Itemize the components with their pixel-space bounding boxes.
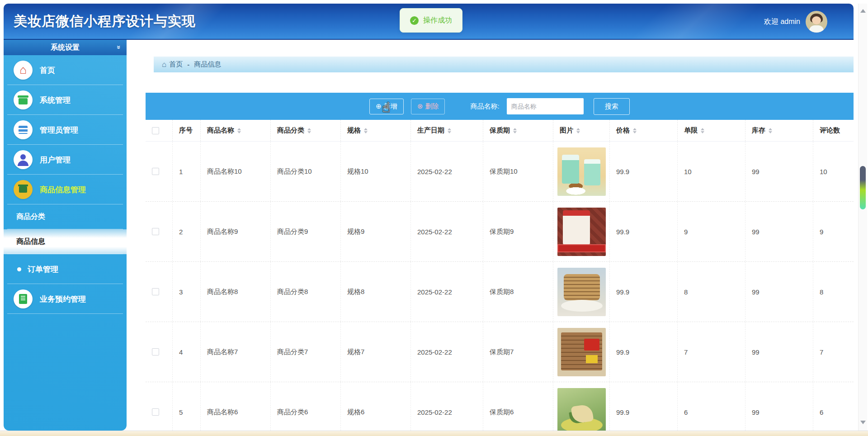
row-checkbox[interactable] (152, 408, 159, 416)
sidebar-item[interactable]: 系统管理 (4, 85, 127, 115)
sort-arrows-icon[interactable] (237, 128, 241, 133)
cell-category: 商品分类9 (271, 202, 341, 261)
scrollbar-thumb[interactable] (860, 166, 866, 209)
cell-shelf-life: 保质期6 (483, 382, 553, 431)
column-header[interactable]: 商品分类 (271, 120, 341, 141)
cell-comments: 9 (813, 202, 854, 261)
cell-comments: 8 (813, 262, 854, 322)
cell-product-name: 商品名称6 (201, 382, 271, 431)
delete-button[interactable]: ⊗ 删除 (411, 99, 445, 114)
add-button-label: 新增 (384, 102, 397, 111)
column-header[interactable]: 图片 (553, 120, 610, 141)
column-header[interactable]: 序号 (173, 120, 201, 141)
page-title: 美妆店微信小程序设计与实现 (14, 12, 196, 31)
table-row: 5 商品名称6 商品分类6 规格6 2025-02-22 保质期6 99.9 6… (146, 382, 854, 431)
sidebar-item-label: 用户管理 (40, 155, 71, 165)
scroll-up-icon[interactable] (860, 9, 866, 13)
delete-button-label: 删除 (425, 102, 439, 111)
cell-index: 4 (173, 322, 201, 382)
sort-arrows-icon[interactable] (513, 128, 517, 133)
sort-arrows-icon[interactable] (448, 128, 451, 133)
cell-production-date: 2025-02-22 (411, 142, 483, 201)
column-header-label: 规格 (347, 126, 361, 135)
cell-stock: 99 (745, 202, 813, 261)
cell-price: 99.9 (610, 262, 678, 322)
cell-shelf-life: 保质期9 (483, 202, 553, 261)
add-button[interactable]: ⊕ 新增 (369, 99, 404, 114)
column-header-label: 图片 (560, 126, 573, 135)
sort-arrows-icon[interactable] (701, 128, 704, 133)
cell-shelf-life: 保质期8 (483, 262, 553, 322)
avatar[interactable] (806, 11, 827, 33)
product-image[interactable] (557, 147, 606, 196)
vertical-scrollbar[interactable] (858, 4, 867, 431)
sidebar-item-label: 业务预约管理 (40, 294, 86, 304)
row-checkbox[interactable] (152, 228, 159, 235)
table-row: 2 商品名称9 商品分类9 规格9 2025-02-22 保质期9 99.9 9… (146, 202, 854, 262)
menu-badge-icon (14, 61, 33, 80)
sidebar-item-label: 商品信息 (16, 237, 45, 246)
column-header[interactable] (146, 120, 173, 141)
cell-product-name: 商品名称10 (201, 142, 271, 201)
sidebar-header[interactable]: 系统设置 « (4, 40, 127, 55)
cell-limit: 9 (678, 202, 745, 261)
cell-category: 商品分类7 (271, 322, 341, 382)
sidebar-item-label: 系统管理 (40, 95, 71, 105)
search-button[interactable]: 搜索 (594, 98, 630, 115)
menu-badge-icon (14, 90, 33, 109)
cell-comments: 7 (813, 322, 854, 382)
row-checkbox[interactable] (152, 348, 159, 355)
column-header[interactable]: 价格 (610, 120, 678, 141)
column-header[interactable]: 商品名称 (201, 120, 271, 141)
search-input[interactable] (507, 98, 584, 114)
sidebar-item[interactable]: 商品信息管理 (4, 175, 127, 204)
column-header-label: 保质期 (490, 126, 510, 135)
cell-spec: 规格9 (341, 202, 411, 261)
column-header[interactable]: 库存 (745, 120, 813, 141)
sidebar-item[interactable]: 首页 (4, 55, 127, 85)
breadcrumb-home[interactable]: 首页 (169, 60, 183, 69)
cell-price: 99.9 (610, 382, 678, 431)
column-header[interactable]: 单限 (678, 120, 745, 141)
sort-arrows-icon[interactable] (364, 128, 368, 133)
cell-index: 2 (173, 202, 201, 261)
sidebar-item[interactable]: 业务预约管理 (4, 284, 127, 314)
sidebar-item[interactable]: 订单管理 (4, 254, 127, 284)
sort-arrows-icon[interactable] (576, 128, 580, 133)
scroll-down-icon[interactable] (860, 421, 866, 424)
horizontal-scrollbar-track[interactable] (0, 431, 868, 436)
menu-badge-icon (14, 289, 33, 308)
column-header-label: 商品分类 (277, 126, 304, 135)
sidebar-item[interactable]: 商品信息 (4, 229, 127, 254)
column-header[interactable]: 保质期 (483, 120, 553, 141)
cell-stock: 99 (745, 322, 813, 382)
sidebar-item[interactable]: 管理员管理 (4, 115, 127, 145)
product-image[interactable] (557, 388, 606, 431)
product-image[interactable] (557, 268, 606, 316)
cell-comments: 10 (813, 142, 854, 201)
product-image[interactable] (557, 328, 606, 376)
sort-arrows-icon[interactable] (307, 128, 311, 133)
product-image[interactable] (557, 208, 606, 256)
welcome-text: 欢迎 admin (764, 17, 800, 27)
cell-product-name: 商品名称8 (201, 262, 271, 322)
column-header-label: 序号 (179, 126, 193, 135)
select-all-checkbox[interactable] (152, 127, 159, 134)
cell-spec: 规格6 (341, 382, 411, 431)
row-checkbox[interactable] (152, 288, 159, 295)
sort-arrows-icon[interactable] (633, 128, 637, 133)
breadcrumb: ⌂ 首页 - 商品信息 (154, 57, 854, 72)
sort-arrows-icon[interactable] (769, 128, 772, 133)
collapse-chevron-icon[interactable]: « (113, 45, 121, 49)
menu-badge-icon (14, 180, 33, 199)
column-header[interactable]: 生产日期 (411, 120, 483, 141)
sidebar-item[interactable]: 商品分类 (4, 204, 127, 229)
row-checkbox[interactable] (152, 168, 159, 175)
cell-spec: 规格10 (341, 142, 411, 201)
column-header[interactable]: 规格 (341, 120, 411, 141)
cell-stock: 99 (745, 262, 813, 322)
sidebar-item[interactable]: 用户管理 (4, 145, 127, 175)
cell-spec: 规格8 (341, 262, 411, 322)
search-field-label: 商品名称: (470, 102, 499, 111)
column-header[interactable]: 评论数 (813, 120, 854, 141)
